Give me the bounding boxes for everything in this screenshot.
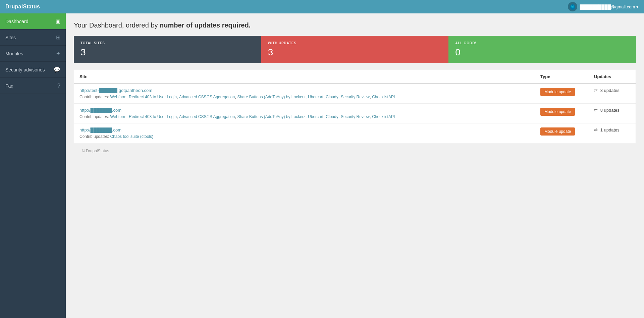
sidebar-item-security-advisories[interactable]: Security advisories 💬	[0, 62, 66, 78]
contrib-link[interactable]: Redirect 403 to User Login	[129, 95, 177, 99]
page-title: Your Dashboard, ordered by number of upd…	[74, 21, 636, 29]
contrib-link[interactable]: Cloudy	[326, 114, 338, 119]
layout: Dashboard ▣ Sites ⊞ Modules ✦ Security a…	[0, 13, 644, 318]
updates-cell: ⇄ 8 updates	[589, 84, 636, 104]
module-update-button[interactable]: Module update	[540, 108, 575, 116]
contrib-link[interactable]: Redirect 403 to User Login	[129, 114, 177, 119]
site-url[interactable]: http://test-██████.gotpantheon.com	[79, 88, 530, 93]
update-arrows-icon: ⇄	[594, 88, 599, 93]
updates-cell: ⇄ 8 updates	[589, 104, 636, 123]
topnav: DrupalStatus ██████████@gmail.com ▾	[0, 0, 644, 13]
contrib-link[interactable]: Webform	[110, 114, 126, 119]
stats-row: TOTAL SITES 3 WITH UPDATES 3 ALL GOOD! 0	[74, 36, 636, 63]
main-content: Your Dashboard, ordered by number of upd…	[66, 13, 644, 318]
site-url[interactable]: http://███████.com	[79, 108, 530, 113]
type-cell: Module update	[535, 84, 589, 104]
copyright: © DrupalStatus	[82, 149, 109, 153]
contrib-link[interactable]: Advanced CSS/JS Aggregation	[179, 95, 235, 99]
site-cell: http://███████.comContrib updates: Chaos…	[74, 123, 535, 143]
contrib-label: Contrib updates:	[79, 134, 110, 139]
sites-table: Site Type Updates http://test-██████.got…	[74, 70, 636, 143]
app-brand: DrupalStatus	[5, 4, 40, 10]
svg-point-3	[572, 6, 572, 7]
avatar	[568, 2, 577, 11]
grid-icon: ⊞	[56, 34, 60, 41]
stat-with-updates: WITH UPDATES 3	[261, 36, 449, 63]
sidebar-item-dashboard-label: Dashboard	[5, 19, 55, 24]
user-menu[interactable]: ██████████@gmail.com ▾	[568, 2, 639, 11]
sidebar-item-faq[interactable]: Faq ?	[0, 78, 66, 94]
stat-total-sites: TOTAL SITES 3	[74, 36, 261, 63]
page-title-bold: number of updates required.	[160, 21, 251, 29]
footer: © DrupalStatus	[74, 143, 636, 159]
type-cell: Module update	[535, 104, 589, 123]
svg-point-2	[572, 4, 574, 6]
updates-cell: ⇄ 1 updates	[589, 123, 636, 143]
col-type: Type	[535, 70, 589, 84]
contrib-updates: Contrib updates: Webform, Redirect 403 t…	[79, 114, 530, 119]
contrib-link[interactable]: ChecklistAPI	[372, 114, 395, 119]
puzzle-icon: ✦	[56, 50, 60, 57]
user-email: ██████████@gmail.com ▾	[580, 4, 639, 9]
type-cell: Module update	[535, 123, 589, 143]
update-arrows-icon: ⇄	[594, 127, 599, 132]
table-row: http://███████.comContrib updates: Webfo…	[74, 104, 636, 123]
stat-all-good-value: 0	[455, 47, 629, 58]
site-cell: http://███████.comContrib updates: Webfo…	[74, 104, 535, 123]
col-site: Site	[74, 70, 535, 84]
contrib-link[interactable]: Ubercart	[308, 95, 323, 99]
stat-total-sites-value: 3	[80, 47, 255, 58]
update-arrows-icon: ⇄	[594, 108, 599, 113]
sidebar-item-sites-label: Sites	[5, 35, 56, 40]
sidebar-item-sites[interactable]: Sites ⊞	[0, 30, 66, 46]
sidebar-item-modules[interactable]: Modules ✦	[0, 46, 66, 62]
site-url[interactable]: http://███████.com	[79, 127, 530, 132]
module-update-button[interactable]: Module update	[540, 127, 575, 136]
chat-icon: 💬	[54, 66, 60, 73]
contrib-link[interactable]: Security Review	[341, 95, 370, 99]
site-cell: http://test-██████.gotpantheon.comContri…	[74, 84, 535, 104]
contrib-link[interactable]: Ubercart	[308, 114, 323, 119]
contrib-link[interactable]: Chaos tool suite (ctools)	[110, 134, 153, 139]
question-icon: ?	[57, 83, 60, 89]
contrib-link[interactable]: Webform	[110, 95, 126, 99]
contrib-label: Contrib updates:	[79, 95, 110, 99]
contrib-link[interactable]: Share Buttons (AddToAny) by Lockerz	[237, 95, 305, 99]
contrib-label: Contrib updates:	[79, 114, 110, 119]
col-updates: Updates	[589, 70, 636, 84]
contrib-updates: Contrib updates: Webform, Redirect 403 t…	[79, 94, 530, 99]
stat-all-good-label: ALL GOOD!	[455, 41, 629, 45]
sidebar: Dashboard ▣ Sites ⊞ Modules ✦ Security a…	[0, 13, 66, 318]
table-row: http://test-██████.gotpantheon.comContri…	[74, 84, 636, 104]
contrib-updates: Contrib updates: Chaos tool suite (ctool…	[79, 134, 530, 139]
sidebar-item-faq-label: Faq	[5, 83, 57, 89]
stat-all-good: ALL GOOD! 0	[448, 36, 636, 63]
sites-table-container: Site Type Updates http://test-██████.got…	[74, 70, 636, 143]
contrib-link[interactable]: Cloudy	[326, 95, 338, 99]
stat-with-updates-value: 3	[268, 47, 442, 58]
sidebar-item-security-label: Security advisories	[5, 67, 54, 72]
contrib-link[interactable]: ChecklistAPI	[372, 95, 395, 99]
sidebar-item-dashboard[interactable]: Dashboard ▣	[0, 13, 66, 30]
table-row: http://███████.comContrib updates: Chaos…	[74, 123, 636, 143]
page-title-prefix: Your Dashboard, ordered by	[74, 21, 160, 29]
contrib-link[interactable]: Security Review	[341, 114, 370, 119]
monitor-icon: ▣	[55, 18, 60, 24]
module-update-button[interactable]: Module update	[540, 88, 575, 96]
stat-total-sites-label: TOTAL SITES	[80, 41, 255, 45]
stat-with-updates-label: WITH UPDATES	[268, 41, 442, 45]
sidebar-item-modules-label: Modules	[5, 51, 56, 56]
contrib-link[interactable]: Advanced CSS/JS Aggregation	[179, 114, 235, 119]
table-header-row: Site Type Updates	[74, 70, 636, 84]
contrib-link[interactable]: Share Buttons (AddToAny) by Lockerz	[237, 114, 305, 119]
